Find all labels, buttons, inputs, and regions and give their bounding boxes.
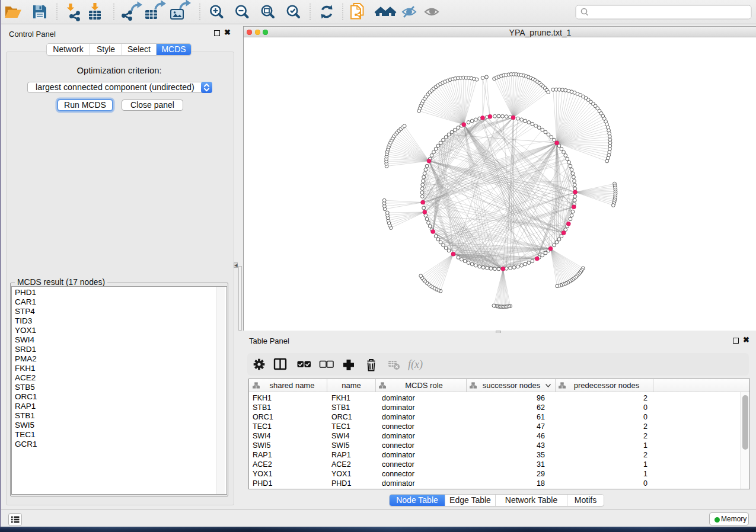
svg-text:f(x): f(x)	[408, 358, 423, 371]
